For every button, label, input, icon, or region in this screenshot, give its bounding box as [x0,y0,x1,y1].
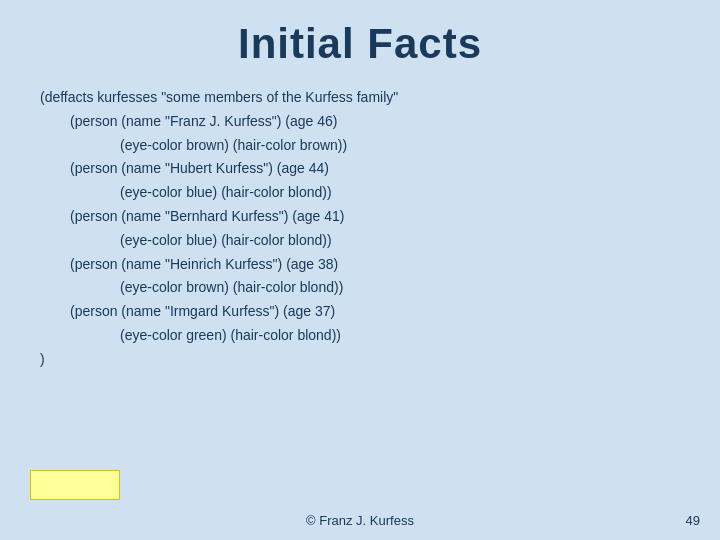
footer-text: © Franz J. Kurfess [0,513,720,528]
content-line: ) [40,348,690,372]
content-line: (deffacts kurfesses "some members of the… [40,86,690,110]
content-line: (eye-color blue) (hair-color blond)) [120,229,690,253]
content-line: (eye-color brown) (hair-color brown)) [120,134,690,158]
content-line: (person (name "Hubert Kurfess") (age 44) [70,157,690,181]
content-line: (person (name "Heinrich Kurfess") (age 3… [70,253,690,277]
slide: Initial Facts (deffacts kurfesses "some … [0,0,720,540]
content-line: (person (name "Franz J. Kurfess") (age 4… [70,110,690,134]
slide-title: Initial Facts [30,20,690,68]
content-line: (eye-color brown) (hair-color blond)) [120,276,690,300]
content-line: (person (name "Bernhard Kurfess") (age 4… [70,205,690,229]
content-line: (person (name "Irmgard Kurfess") (age 37… [70,300,690,324]
content-line: (eye-color blue) (hair-color blond)) [120,181,690,205]
content-area: (deffacts kurfesses "some members of the… [30,86,690,372]
content-line: (eye-color green) (hair-color blond)) [120,324,690,348]
page-number: 49 [686,513,700,528]
yellow-highlight-box [30,470,120,500]
